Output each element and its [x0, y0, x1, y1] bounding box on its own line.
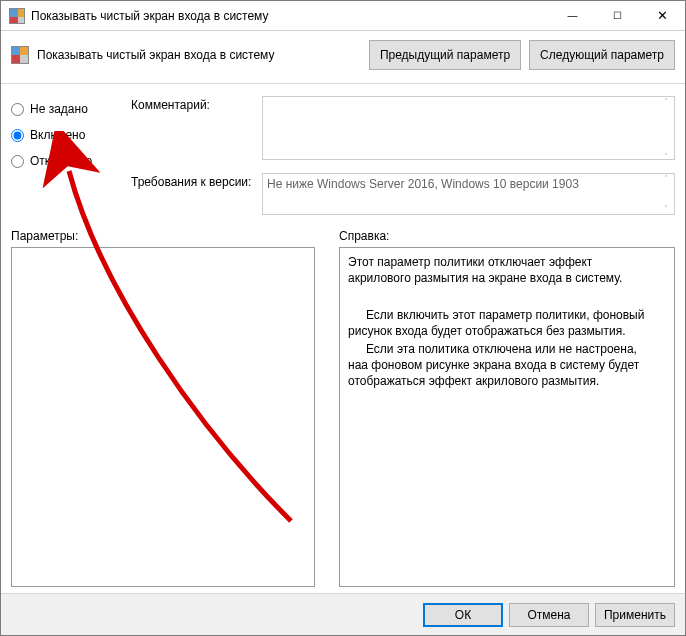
- radio-enabled-input[interactable]: [11, 129, 24, 142]
- apply-button[interactable]: Применить: [595, 603, 675, 627]
- radio-enabled-label: Включено: [30, 128, 85, 142]
- content-area: Не задано Включено Отключено Комментарий…: [1, 79, 685, 593]
- previous-setting-button[interactable]: Предыдущий параметр: [369, 40, 521, 70]
- radio-not-configured-label: Не задано: [30, 102, 88, 116]
- policy-icon: [11, 46, 29, 64]
- radio-not-configured-input[interactable]: [11, 103, 24, 116]
- radio-not-configured[interactable]: Не задано: [11, 96, 121, 122]
- requirements-text: Не ниже Windows Server 2016, Windows 10 …: [262, 173, 675, 215]
- help-paragraph-3: Если эта политика отключена или не настр…: [348, 341, 656, 390]
- help-paragraph-2: Если включить этот параметр политики, фо…: [348, 307, 656, 339]
- minimize-button[interactable]: —: [550, 1, 595, 30]
- params-pane: [11, 247, 315, 587]
- radio-enabled[interactable]: Включено: [11, 122, 121, 148]
- radio-disabled-label: Отключено: [30, 154, 92, 168]
- params-section-label: Параметры:: [11, 229, 339, 243]
- policy-editor-window: Показывать чистый экран входа в систему …: [0, 0, 686, 636]
- titlebar: Показывать чистый экран входа в систему …: [1, 1, 685, 31]
- radio-disabled-input[interactable]: [11, 155, 24, 168]
- comment-textarea[interactable]: [262, 96, 675, 160]
- comment-label: Комментарий:: [131, 96, 256, 112]
- policy-name-label: Показывать чистый экран входа в систему: [37, 48, 361, 62]
- requirements-label: Требования к версии:: [131, 173, 256, 189]
- help-paragraph-1: Этот параметр политики отключает эффект …: [348, 254, 656, 286]
- help-section-label: Справка:: [339, 229, 389, 243]
- footer: ОК Отмена Применить: [1, 593, 685, 635]
- ok-button[interactable]: ОК: [423, 603, 503, 627]
- app-icon: [9, 8, 25, 24]
- close-button[interactable]: ✕: [640, 1, 685, 30]
- radio-disabled[interactable]: Отключено: [11, 148, 121, 174]
- help-pane: Этот параметр политики отключает эффект …: [339, 247, 675, 587]
- cancel-button[interactable]: Отмена: [509, 603, 589, 627]
- maximize-button[interactable]: ☐: [595, 1, 640, 30]
- state-radio-group: Не задано Включено Отключено: [11, 90, 121, 215]
- next-setting-button[interactable]: Следующий параметр: [529, 40, 675, 70]
- window-title: Показывать чистый экран входа в систему: [31, 9, 550, 23]
- toolbar: Показывать чистый экран входа в систему …: [1, 31, 685, 79]
